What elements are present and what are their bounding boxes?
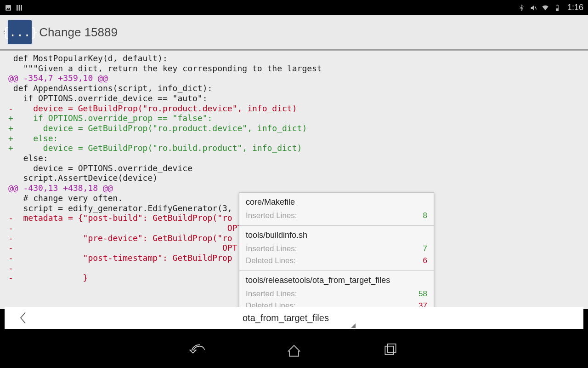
back-icon [188, 341, 207, 359]
svg-rect-10 [387, 344, 396, 352]
image-icon [5, 4, 12, 12]
battery-icon [554, 4, 561, 12]
svg-rect-0 [6, 5, 11, 11]
file-selector-bar: ota_from_target_files [5, 307, 583, 329]
chevron-left-icon [18, 311, 28, 325]
diff-line: """Given a dict, return the key correspo… [0, 63, 588, 74]
popup-file-name: tools/releasetools/ota_from_target_files [246, 276, 427, 285]
diff-line: @@ -354,7 +359,10 @@ [0, 73, 588, 83]
file-dropdown-label: ota_from_target_files [243, 313, 329, 323]
diff-line: - device = GetBuildProp("ro.product.devi… [0, 104, 588, 114]
diff-line: script.AssertDevice(device) [0, 173, 588, 183]
page-title: Change 15889 [39, 25, 118, 40]
action-bar: ‹ {...} Change 15889 [0, 15, 588, 51]
diff-line: + if OPTIONS.override_prop == "false": [0, 113, 588, 123]
popup-file-name: core/Makefile [246, 197, 427, 207]
file-popup: core/MakefileInserted Lines:8tools/build… [239, 192, 434, 316]
mute-icon [530, 4, 537, 12]
diff-line: if OPTIONS.override_device == "auto": [0, 93, 588, 104]
nav-home-button[interactable] [285, 341, 303, 361]
nav-back-button[interactable] [188, 341, 207, 361]
selector-back-button[interactable] [5, 307, 41, 329]
inserted-lines-row: Inserted Lines:7 [246, 243, 427, 255]
svg-rect-3 [19, 5, 20, 11]
diff-line: + device = GetBuildProp("ro.product.devi… [0, 123, 588, 133]
svg-rect-8 [556, 8, 558, 11]
inserted-lines-row: Inserted Lines:8 [246, 210, 427, 222]
diff-line: + else: [0, 133, 588, 144]
svg-rect-9 [385, 346, 393, 355]
diff-line: def MostPopularKey(d, default): [0, 53, 588, 63]
system-nav-bar [0, 334, 588, 368]
diff-line: def AppendAssertions(script, info_dict): [0, 83, 588, 93]
file-dropdown[interactable]: ota_from_target_files [243, 307, 353, 329]
status-clock: 1:16 [567, 3, 583, 12]
diff-line: device = OPTIONS.override_device [0, 163, 588, 173]
recent-apps-icon [381, 341, 400, 359]
svg-rect-4 [21, 5, 22, 11]
svg-line-5 [535, 6, 536, 9]
wifi-icon [542, 4, 549, 12]
diff-line: + device = GetBuildProp("ro.build.produc… [0, 143, 588, 153]
home-icon [285, 341, 303, 359]
bluetooth-icon [518, 4, 525, 12]
inserted-lines-row: Inserted Lines:58 [246, 288, 427, 300]
nav-recent-button[interactable] [381, 341, 400, 361]
deleted-lines-row: Deleted Lines:6 [246, 255, 427, 267]
file-popup-item[interactable]: tools/buildinfo.shInserted Lines:7Delete… [239, 226, 434, 271]
popup-file-name: tools/buildinfo.sh [246, 230, 427, 240]
status-bar: 1:16 [0, 0, 588, 15]
svg-rect-7 [557, 5, 558, 5]
app-icon-glyph: {...} [2, 25, 38, 39]
menu-icon [16, 4, 23, 12]
diff-line: @@ -430,13 +438,18 @@ [0, 183, 588, 193]
app-icon[interactable]: {...} [7, 19, 33, 45]
diff-line: else: [0, 153, 588, 163]
svg-rect-2 [17, 5, 18, 11]
file-popup-item[interactable]: core/MakefileInserted Lines:8 [239, 193, 434, 226]
